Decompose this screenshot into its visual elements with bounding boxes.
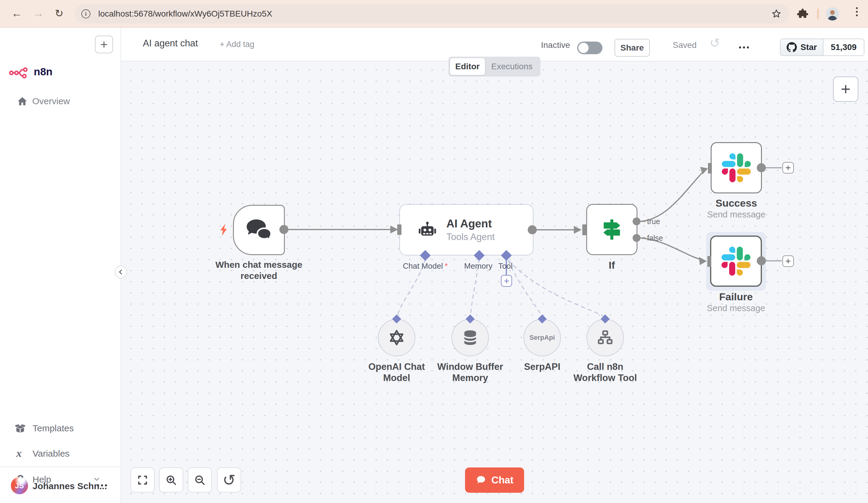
github-star-button[interactable]: Star — [781, 39, 823, 55]
branch-label-true: true — [647, 217, 660, 226]
node-openai-chat-model[interactable] — [378, 319, 415, 356]
node-label-serpapi: SerpAPI — [506, 361, 578, 372]
star-count: 51,309 — [831, 42, 857, 52]
slack-icon — [722, 153, 751, 182]
database-icon — [462, 329, 479, 346]
node-label-trigger: When chat message received — [211, 259, 307, 281]
node-chat-trigger[interactable] — [233, 205, 285, 255]
agent-subtitle: Tools Agent — [446, 232, 495, 242]
n8n-logo-icon — [9, 66, 31, 80]
history-icon[interactable]: ↺ — [710, 35, 720, 50]
github-star-widget[interactable]: Star 51,309 — [780, 39, 865, 56]
node-ai-agent[interactable]: AI Agent Tools Agent — [399, 204, 534, 255]
saved-status: Saved — [673, 40, 696, 50]
sidebar-collapse-button[interactable] — [114, 266, 127, 278]
extensions-icon[interactable] — [796, 8, 809, 20]
add-node-after-failure-button[interactable] — [783, 255, 794, 267]
home-icon — [17, 96, 28, 108]
node-label-if: If — [582, 259, 642, 271]
node-if[interactable] — [586, 204, 638, 255]
port-text: Tool — [498, 261, 513, 271]
github-star-count[interactable]: 51,309 — [823, 39, 864, 55]
workflow-menu-icon[interactable] — [739, 46, 749, 49]
port-text: Chat Model — [403, 261, 443, 271]
plus-icon — [785, 258, 791, 264]
view-tabs: Editor Executions — [448, 56, 540, 76]
trigger-bolt-icon — [220, 223, 229, 236]
node-label-failure: Failure — [706, 291, 766, 303]
user-menu-icon[interactable] — [97, 484, 107, 486]
chat-bubbles-icon — [246, 219, 272, 242]
chevron-left-icon — [117, 268, 125, 276]
github-icon — [787, 42, 797, 52]
serpapi-logo-text: SerpApi — [529, 334, 555, 342]
node-sub-failure: Send message — [706, 303, 766, 313]
node-window-buffer-memory[interactable] — [452, 319, 489, 356]
zoom-out-icon — [194, 474, 206, 486]
tab-executions[interactable]: Executions — [485, 58, 539, 75]
node-label-memory: Window Buffer Memory — [434, 361, 506, 384]
node-success[interactable] — [711, 142, 762, 193]
activation-status-label: Inactive — [541, 40, 570, 50]
brand-name: n8n — [34, 66, 52, 78]
github-star-label: Star — [800, 42, 817, 52]
n8n-workflow-editor: ← → ↻ i localhost:5678/workflow/xWy6Oj5T… — [0, 0, 868, 503]
slack-icon — [722, 247, 751, 275]
sitemap-icon — [597, 329, 614, 346]
branch-label-false: false — [647, 234, 663, 242]
share-button[interactable]: Share — [614, 39, 650, 56]
add-node-button[interactable] — [833, 76, 858, 102]
zoom-in-button[interactable] — [159, 468, 183, 492]
node-sub-success: Send message — [706, 210, 766, 220]
plus-icon — [785, 165, 791, 171]
site-info-icon[interactable]: i — [81, 9, 90, 18]
browser-toolbar: ← → ↻ i localhost:5678/workflow/xWy6Oj5T… — [0, 0, 868, 28]
new-workflow-button[interactable] — [95, 35, 113, 53]
sidebar-item-templates[interactable]: Templates — [32, 423, 74, 433]
zoom-out-button[interactable] — [188, 468, 212, 492]
variables-x-icon: x — [16, 447, 22, 460]
agent-title: AI Agent — [446, 218, 495, 230]
add-node-after-success-button[interactable] — [783, 162, 794, 174]
tab-editor[interactable]: Editor — [450, 58, 485, 75]
fit-view-icon — [137, 474, 148, 486]
add-tag-button[interactable]: + Add tag — [220, 40, 254, 49]
forward-icon[interactable]: → — [33, 7, 44, 20]
reset-undo-button[interactable]: ↺ — [217, 468, 241, 492]
avatar-initials: JS — [15, 482, 24, 490]
open-chat-button[interactable]: Chat — [465, 468, 524, 493]
bookmark-star-icon[interactable] — [771, 8, 782, 19]
chat-button-label: Chat — [491, 474, 513, 486]
sidebar-item-variables[interactable]: Variables — [32, 449, 70, 459]
sidebar-item-overview[interactable]: Overview — [32, 96, 70, 106]
workflow-title[interactable]: AI agent chat — [143, 38, 198, 49]
reload-icon[interactable]: ↻ — [55, 7, 64, 20]
templates-box-icon — [14, 423, 26, 436]
browser-menu-icon[interactable] — [856, 7, 858, 16]
openai-icon — [387, 328, 406, 348]
user-name[interactable]: Johannes Schn... — [32, 481, 107, 491]
node-serpapi[interactable]: SerpApi — [524, 319, 561, 356]
url-text[interactable]: localhost:5678/workflow/xWy6Oj5TBEUHzo5X — [98, 9, 771, 19]
sidebar: n8n Overview Templates x Variables ? Hel… — [0, 28, 121, 503]
toggle-knob — [578, 43, 589, 53]
toolbar-divider — [817, 8, 818, 19]
node-call-n8n-workflow-tool[interactable] — [587, 319, 624, 356]
sidebar-divider — [0, 467, 121, 467]
fit-view-button[interactable] — [131, 468, 155, 492]
port-label-tool: Tool — [473, 261, 539, 271]
browser-profile-avatar[interactable] — [826, 7, 839, 20]
node-label-openai: OpenAI Chat Model — [360, 361, 433, 384]
add-tool-button[interactable] — [501, 275, 512, 287]
activation-toggle[interactable] — [577, 42, 602, 54]
workflow-canvas[interactable]: When chat message received AI Agent — [121, 61, 868, 503]
plus-icon — [840, 84, 851, 95]
user-avatar[interactable]: JS — [11, 477, 28, 494]
address-bar[interactable]: i localhost:5678/workflow/xWy6Oj5TBEUHzo… — [75, 4, 789, 23]
undo-icon: ↺ — [223, 471, 236, 489]
plus-icon — [504, 278, 510, 284]
zoom-in-icon — [165, 474, 177, 486]
back-icon[interactable]: ← — [11, 7, 22, 20]
plus-icon — [100, 40, 108, 49]
node-failure[interactable] — [710, 235, 762, 287]
